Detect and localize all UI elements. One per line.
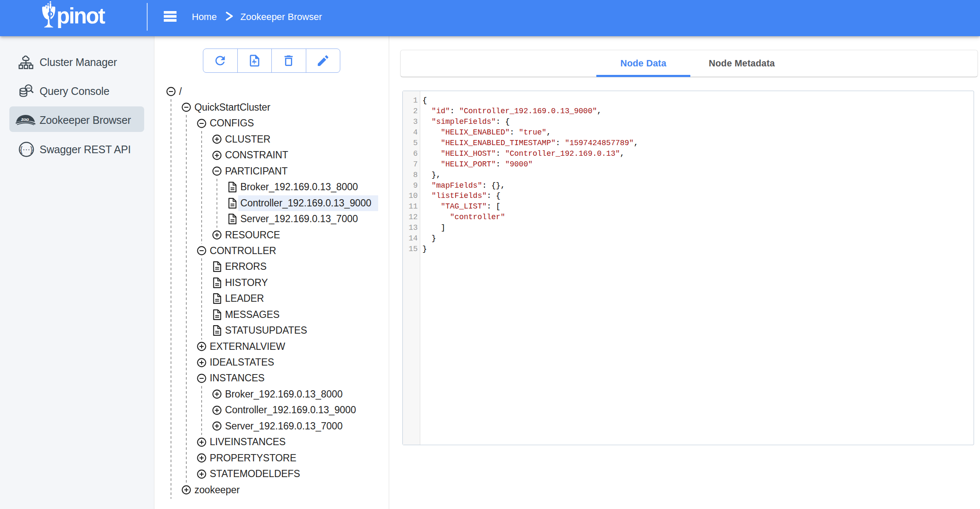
svg-text:{···}: {···} <box>20 145 33 154</box>
svg-text:zoo: zoo <box>21 116 29 122</box>
